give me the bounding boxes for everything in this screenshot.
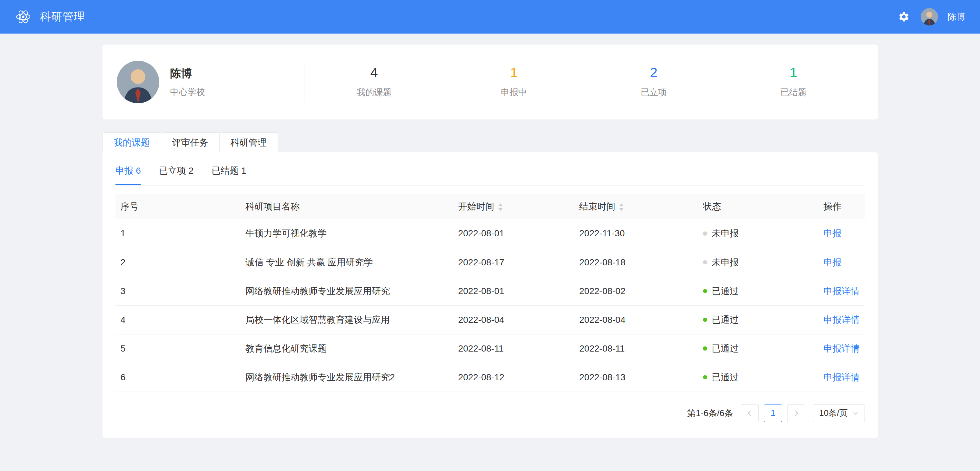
profile-identity: 陈博 中心学校 [117, 61, 304, 103]
status-text: 未申报 [712, 228, 739, 238]
prev-page-button[interactable] [741, 404, 759, 422]
stat-value: 1 [724, 66, 864, 80]
stat-approved: 2 已立项 [584, 66, 724, 98]
col-end-label: 结束时间 [579, 201, 615, 211]
action-cell: 申报 [818, 219, 865, 248]
content-panel: 申报 6 已立项 2 已结题 1 序号 科研项目名称 开始时间 结束时间 [103, 152, 878, 438]
status-cell: 已通过 [698, 334, 818, 363]
subtab-finished[interactable]: 已结题 1 [212, 164, 246, 185]
stat-label: 我的课题 [304, 86, 444, 98]
page-size-select[interactable]: 10条/页 [813, 404, 865, 422]
status-dot [703, 260, 707, 264]
row-index: 5 [115, 334, 240, 363]
end-date: 2022-08-11 [574, 334, 698, 363]
action-cell: 申报 [818, 248, 865, 277]
stat-label: 已立项 [584, 86, 724, 98]
pagination: 第1-6条/6条 1 10条/页 [115, 392, 865, 438]
table-header-row: 序号 科研项目名称 开始时间 结束时间 状态 操作 [115, 194, 865, 219]
stat-label: 申报中 [444, 86, 584, 98]
row-index: 1 [115, 219, 240, 248]
col-name: 科研项目名称 [240, 194, 453, 219]
end-date: 2022-08-04 [574, 305, 698, 334]
sub-tabs: 申报 6 已立项 2 已结题 1 [115, 152, 865, 186]
col-start-sortable[interactable]: 开始时间 [453, 194, 574, 219]
tab-research-admin[interactable]: 科研管理 [219, 133, 278, 152]
app-header: 科研管理 陈博 [0, 0, 980, 34]
profile-stats: 4 我的课题 1 申报中 2 已立项 1 已结题 [304, 66, 864, 98]
sort-carets-icon[interactable] [619, 203, 624, 211]
action-link[interactable]: 申报 [824, 228, 842, 238]
table-row: 3 网络教研推动教师专业发展应用研究 2022-08-01 2022-08-02… [115, 277, 865, 305]
table-row: 4 局校一体化区域智慧教育建设与应用 2022-08-04 2022-08-04… [115, 305, 865, 334]
profile-name: 陈博 [170, 66, 205, 81]
table-row: 6 网络教研推动教师专业发展应用研究2 2022-08-12 2022-08-1… [115, 363, 865, 391]
status-dot [703, 375, 707, 379]
status-dot [703, 318, 707, 322]
row-index: 3 [115, 277, 240, 305]
start-date: 2022-08-01 [453, 219, 574, 248]
atom-logo-icon [15, 8, 32, 25]
end-date: 2022-08-13 [574, 363, 698, 391]
action-link[interactable]: 申报详情 [824, 286, 860, 296]
action-link[interactable]: 申报详情 [824, 372, 860, 382]
status-text: 已通过 [712, 372, 739, 382]
chevron-right-icon [793, 410, 800, 417]
action-link[interactable]: 申报 [824, 257, 842, 267]
tab-review-tasks[interactable]: 评审任务 [161, 133, 220, 152]
project-name: 诚信 专业 创新 共赢 应用研究学 [240, 248, 453, 277]
table-row: 1 牛顿力学可视化教学 2022-08-01 2022-11-30 未申报 申报 [115, 219, 865, 248]
stat-my-projects: 4 我的课题 [304, 66, 444, 98]
col-end-sortable[interactable]: 结束时间 [574, 194, 698, 219]
action-cell: 申报详情 [818, 277, 865, 305]
stat-value: 4 [304, 66, 444, 80]
stat-finished: 1 已结题 [724, 66, 864, 98]
chevron-down-icon [852, 410, 859, 417]
projects-table: 序号 科研项目名称 开始时间 结束时间 状态 操作 1 牛顿力学可视化教学 20 [115, 194, 865, 392]
app-title: 科研管理 [40, 10, 85, 24]
status-text: 已通过 [712, 315, 739, 325]
project-name: 教育信息化研究课题 [240, 334, 453, 363]
settings-gear-icon[interactable] [897, 10, 911, 24]
sort-carets-icon[interactable] [498, 203, 503, 211]
tab-my-projects[interactable]: 我的课题 [103, 133, 161, 152]
main-tabs: 我的课题 评审任务 科研管理 [103, 133, 878, 152]
user-name[interactable]: 陈博 [948, 11, 965, 22]
status-cell: 已通过 [698, 363, 818, 391]
project-name: 牛顿力学可视化教学 [240, 219, 453, 248]
action-cell: 申报详情 [818, 334, 865, 363]
profile-card: 陈博 中心学校 4 我的课题 1 申报中 2 已立项 1 已结题 [103, 45, 878, 120]
project-name: 网络教研推动教师专业发展应用研究2 [240, 363, 453, 391]
action-link[interactable]: 申报详情 [824, 343, 860, 353]
status-text: 未申报 [712, 257, 739, 267]
start-date: 2022-08-01 [453, 277, 574, 305]
status-dot [703, 232, 707, 236]
stat-value: 2 [584, 66, 724, 80]
subtab-approved[interactable]: 已立项 2 [159, 164, 194, 185]
profile-avatar [117, 61, 159, 103]
subtab-apply[interactable]: 申报 6 [115, 164, 141, 185]
table-row: 2 诚信 专业 创新 共赢 应用研究学 2022-08-17 2022-08-1… [115, 248, 865, 277]
project-name: 局校一体化区域智慧教育建设与应用 [240, 305, 453, 334]
stat-label: 已结题 [724, 86, 864, 98]
stat-value: 1 [444, 66, 584, 80]
next-page-button[interactable] [787, 404, 805, 422]
status-cell: 已通过 [698, 277, 818, 305]
status-text: 已通过 [712, 286, 739, 296]
page-size-value: 10条/页 [819, 407, 848, 419]
status-text: 已通过 [712, 343, 739, 353]
action-cell: 申报详情 [818, 305, 865, 334]
end-date: 2022-08-18 [574, 248, 698, 277]
end-date: 2022-11-30 [574, 219, 698, 248]
user-avatar[interactable] [921, 8, 938, 26]
pagination-summary: 第1-6条/6条 [687, 407, 733, 419]
action-cell: 申报详情 [818, 363, 865, 391]
action-link[interactable]: 申报详情 [824, 315, 860, 325]
chevron-left-icon [746, 410, 753, 417]
start-date: 2022-08-04 [453, 305, 574, 334]
project-name: 网络教研推动教师专业发展应用研究 [240, 277, 453, 305]
end-date: 2022-08-02 [574, 277, 698, 305]
page-number-button[interactable]: 1 [764, 404, 782, 422]
stat-applying: 1 申报中 [444, 66, 584, 98]
table-row: 5 教育信息化研究课题 2022-08-11 2022-08-11 已通过 申报… [115, 334, 865, 363]
status-cell: 已通过 [698, 305, 818, 334]
